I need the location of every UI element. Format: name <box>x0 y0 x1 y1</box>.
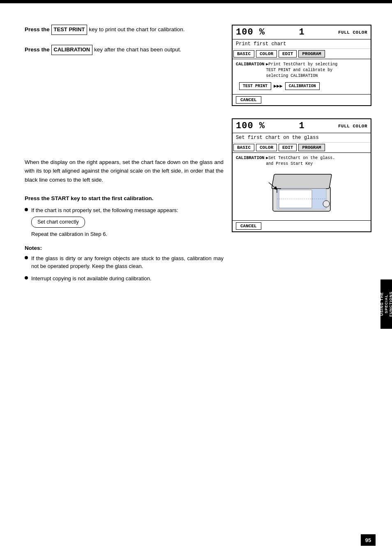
screen2-body: CALIBRATION ▶Set TestChart on the glass.… <box>233 153 371 220</box>
screen1-body: CALIBRATION ▶Print TestChart by selectin… <box>233 59 371 94</box>
screen1-cancel[interactable]: CANCEL <box>236 96 261 104</box>
side-tab: USING THE SPECIAL FUNCTIONS <box>380 279 392 329</box>
screen2-tabs: BASIC COLOR EDIT PROGRAM <box>233 143 371 153</box>
press-start-text: Press the START key to start the first c… <box>25 194 224 203</box>
press-start-bold: Press the START key to start the first c… <box>25 195 153 201</box>
screen1-percent: 100 % <box>236 27 265 37</box>
screen2-number: 1 <box>299 121 304 131</box>
note-item-2: Interrupt copying is not available durin… <box>25 275 224 283</box>
screen1-tab-program[interactable]: PROGRAM <box>298 50 325 58</box>
screen1-number: 1 <box>299 27 304 37</box>
screen1-fullcolor: FULL COLOR <box>338 30 367 35</box>
scanner-illustration <box>261 170 343 215</box>
test-print-btn[interactable]: TEST PRINT <box>239 82 271 90</box>
scanner-image-area <box>236 168 367 218</box>
screen2: 100 % 1 FULL COLOR Set first chart on th… <box>232 118 371 232</box>
note-bullet-2 <box>25 276 28 279</box>
screen1-desc: ▶Print TestChart by selecting TEST PRINT… <box>266 62 337 79</box>
svg-rect-1 <box>272 174 332 189</box>
page-container: USING THE SPECIAL FUNCTIONS 95 Press the… <box>0 0 392 554</box>
screen2-footer: CANCEL <box>233 220 371 231</box>
screen1: 100 % 1 FULL COLOR Print first chart BAS… <box>232 25 371 106</box>
notes-section: Notes: If the glass is dirty or any fore… <box>25 245 224 283</box>
note-item-1: If the glass is dirty or any foreign obj… <box>25 254 224 270</box>
screen1-subtitle: Print first chart <box>233 39 371 49</box>
screen2-tab-color[interactable]: COLOR <box>256 144 277 151</box>
press-start-section: Press the START key to start the first c… <box>25 194 224 238</box>
screen1-tab-edit[interactable]: EDIT <box>279 50 297 58</box>
screen2-tab-edit[interactable]: EDIT <box>279 144 297 151</box>
bullet-section: If the chart is not properly set, the fo… <box>25 206 224 238</box>
screen2-fullcolor: FULL COLOR <box>338 124 367 129</box>
screen1-buttons-row: TEST PRINT ▶▶▶ CALIBRATION <box>236 81 367 92</box>
screen2-tab-basic[interactable]: BASIC <box>233 144 254 151</box>
message-box: Set chart correctly <box>31 217 85 228</box>
screen1-label-row: CALIBRATION ▶Print TestChart by selectin… <box>236 62 367 79</box>
screen2-label-row: CALIBRATION ▶Set TestChart on the glass.… <box>236 155 367 167</box>
notes-title: Notes: <box>25 245 224 251</box>
screen2-percent: 100 % <box>236 121 265 131</box>
page-number: 95 <box>365 537 371 543</box>
bullet-text-1: If the chart is not properly set, the fo… <box>31 206 178 238</box>
section1-para2: Press the CALIBRATION key after the char… <box>25 45 224 55</box>
content-area: Press the TEST PRINT key to print out th… <box>25 25 371 286</box>
section1-para1: Press the TEST PRINT key to print out th… <box>25 25 224 35</box>
calibration-key: CALIBRATION <box>51 45 93 55</box>
bullet-item-1: If the chart is not properly set, the fo… <box>25 206 224 238</box>
screen2-subtitle: Set first chart on the glass <box>233 133 371 143</box>
section2-text: When the display on the right appears, s… <box>25 158 224 185</box>
notes-list: If the glass is dirty or any foreign obj… <box>25 254 224 283</box>
top-bar <box>0 0 392 3</box>
screen1-tab-color[interactable]: COLOR <box>256 50 277 58</box>
test-print-key: TEST PRINT <box>51 25 88 35</box>
section1-text2: Press the CALIBRATION key after the char… <box>25 45 224 55</box>
screen1-footer: CANCEL <box>233 94 371 105</box>
screen2-header: 100 % 1 FULL COLOR <box>233 119 371 133</box>
calibration-btn[interactable]: CALIBRATION <box>285 82 320 90</box>
screen1-label: CALIBRATION <box>236 62 264 67</box>
screen1-arrows: ▶▶▶ <box>274 83 283 89</box>
svg-point-6 <box>323 201 330 207</box>
screen2-desc: ▶Set TestChart on the glass. and Press S… <box>266 155 335 167</box>
side-tab-text: USING THE SPECIAL FUNCTIONS <box>380 291 392 317</box>
screen1-tabs: BASIC COLOR EDIT PROGRAM <box>233 49 371 59</box>
right-column: 100 % 1 FULL COLOR Print first chart BAS… <box>232 25 371 286</box>
screen2-cancel[interactable]: CANCEL <box>236 222 261 230</box>
section1-text: Press the TEST PRINT key to print out th… <box>25 25 224 35</box>
screen2-label: CALIBRATION <box>236 155 264 160</box>
screen2-tab-program[interactable]: PROGRAM <box>298 144 325 151</box>
left-column: Press the TEST PRINT key to print out th… <box>25 25 224 286</box>
screen1-tab-basic[interactable]: BASIC <box>233 50 254 58</box>
bullet-dot-1 <box>25 208 28 211</box>
screen1-header: 100 % 1 FULL COLOR <box>233 25 371 39</box>
note-bullet-1 <box>25 256 28 259</box>
section2-para: When the display on the right appears, s… <box>25 158 224 185</box>
page-number-box: 95 <box>361 534 376 546</box>
